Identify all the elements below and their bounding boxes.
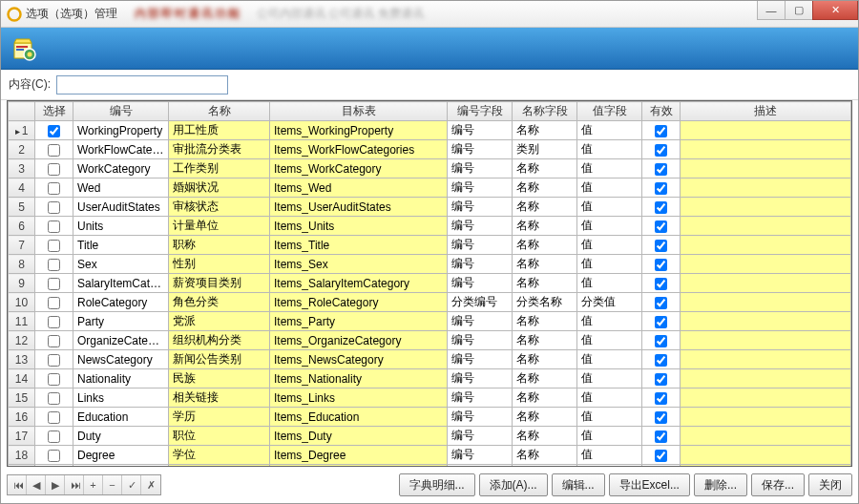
nav-cancel[interactable]: ✗ (141, 475, 160, 494)
name-cell[interactable]: 相关链接 (169, 388, 270, 408)
valid-checkbox[interactable] (655, 411, 667, 424)
select-checkbox[interactable] (48, 354, 60, 367)
row-header[interactable]: 3 (9, 159, 35, 178)
valid-checkbox[interactable] (655, 259, 667, 271)
target-cell[interactable]: Items_SalaryItemCategory (270, 274, 448, 293)
select-checkbox[interactable] (48, 278, 60, 290)
name-cell[interactable]: 薪资项目类别 (169, 274, 270, 293)
code-field-cell[interactable]: 编号 (448, 217, 513, 236)
value-field-cell[interactable]: 值 (577, 465, 642, 467)
select-checkbox[interactable] (48, 201, 60, 214)
name-field-cell[interactable]: 名称 (513, 178, 577, 198)
col-name-field[interactable]: 名称字段 (513, 102, 577, 121)
name-cell[interactable]: 审核状态 (169, 465, 270, 467)
col-description[interactable]: 描述 (681, 102, 851, 121)
code-field-cell[interactable]: 编号 (448, 178, 513, 198)
code-field-cell[interactable]: 编号 (448, 388, 513, 408)
col-code-field[interactable]: 编号字段 (448, 102, 513, 121)
value-field-cell[interactable]: 值 (577, 408, 642, 427)
code-cell[interactable]: Links (73, 388, 169, 408)
table-row[interactable]: 10RoleCategory角色分类Items_RoleCategory分类编号… (9, 293, 851, 312)
valid-cell[interactable] (642, 408, 681, 427)
name-cell[interactable]: 学历 (169, 408, 270, 427)
name-field-cell[interactable]: 名称 (513, 350, 577, 369)
valid-cell[interactable] (642, 121, 681, 140)
code-field-cell[interactable]: 编号 (448, 121, 513, 140)
row-header[interactable]: 11 (9, 312, 35, 331)
row-header[interactable]: 17 (9, 427, 35, 446)
name-field-cell[interactable]: 名称 (513, 388, 577, 408)
table-row[interactable]: 18Degree学位Items_Degree编号名称值 (9, 446, 851, 465)
table-row[interactable]: 19AuditStatus审核状态Items_AuditStatus编号名称值 (9, 465, 851, 467)
nav-commit[interactable]: ✓ (122, 475, 141, 494)
value-field-cell[interactable]: 值 (577, 217, 642, 236)
name-field-cell[interactable]: 名称 (513, 427, 577, 446)
target-cell[interactable]: Items_Education (270, 408, 448, 427)
name-field-cell[interactable]: 名称 (513, 408, 577, 427)
name-cell[interactable]: 学位 (169, 446, 270, 465)
target-cell[interactable]: Items_WorkCategory (270, 159, 448, 178)
code-field-cell[interactable]: 编号 (448, 350, 513, 369)
edit-button[interactable]: 编辑... (552, 473, 605, 496)
name-cell[interactable]: 婚姻状况 (169, 178, 270, 198)
table-row[interactable]: 6Units计量单位Items_Units编号名称值 (9, 217, 851, 236)
table-row[interactable]: 11Party党派Items_Party编号名称值 (9, 312, 851, 331)
name-cell[interactable]: 工作类别 (169, 159, 270, 178)
nav-del[interactable]: − (103, 475, 122, 494)
select-cell[interactable] (35, 140, 73, 159)
target-cell[interactable]: Items_WorkFlowCategories (270, 140, 448, 159)
valid-cell[interactable] (642, 217, 681, 236)
col-valid[interactable]: 有效 (642, 102, 681, 121)
target-cell[interactable]: Items_WorkingProperty (270, 121, 448, 140)
valid-cell[interactable] (642, 236, 681, 255)
titlebar[interactable]: 选项（选项）管理 内部即时通讯功能 公司内部通讯 公司通讯 免费通讯 — ▢ ✕ (1, 1, 858, 28)
description-cell[interactable] (681, 350, 851, 369)
nav-prev[interactable]: ◀ (27, 475, 46, 494)
select-checkbox[interactable] (48, 430, 60, 443)
row-header[interactable]: 10 (9, 293, 35, 312)
row-header[interactable]: 18 (9, 446, 35, 465)
valid-checkbox[interactable] (655, 240, 667, 252)
target-cell[interactable]: Items_Duty (270, 427, 448, 446)
table-row[interactable]: 15Links相关链接Items_Links编号名称值 (9, 388, 851, 408)
valid-cell[interactable] (642, 274, 681, 293)
table-row[interactable]: 17Duty职位Items_Duty编号名称值 (9, 427, 851, 446)
target-cell[interactable]: Items_RoleCategory (270, 293, 448, 312)
code-field-cell[interactable]: 分类编号 (448, 293, 513, 312)
value-field-cell[interactable]: 值 (577, 388, 642, 408)
valid-checkbox[interactable] (655, 335, 667, 347)
value-field-cell[interactable]: 值 (577, 159, 642, 178)
target-cell[interactable]: Items_Nationality (270, 369, 448, 388)
target-cell[interactable]: Items_OrganizeCategory (270, 331, 448, 350)
code-field-cell[interactable]: 编号 (448, 312, 513, 331)
row-header[interactable]: 12 (9, 331, 35, 350)
minimize-button[interactable]: — (757, 1, 786, 20)
select-checkbox[interactable] (48, 335, 60, 347)
code-field-cell[interactable]: 编号 (448, 140, 513, 159)
code-cell[interactable]: NewsCategory (73, 350, 169, 369)
valid-cell[interactable] (642, 388, 681, 408)
value-field-cell[interactable]: 值 (577, 236, 642, 255)
code-field-cell[interactable]: 编号 (448, 274, 513, 293)
nav-add[interactable]: + (84, 475, 103, 494)
target-cell[interactable]: Items_UserAuditStates (270, 198, 448, 217)
description-cell[interactable] (681, 274, 851, 293)
name-field-cell[interactable]: 名称 (513, 255, 577, 274)
select-cell[interactable] (35, 465, 73, 467)
row-header[interactable]: 1 (9, 121, 35, 140)
name-field-cell[interactable]: 名称 (513, 312, 577, 331)
valid-checkbox[interactable] (655, 220, 667, 233)
valid-checkbox[interactable] (655, 392, 667, 405)
col-row-indicator[interactable] (9, 102, 35, 121)
code-cell[interactable]: Nationality (73, 369, 169, 388)
code-field-cell[interactable]: 编号 (448, 427, 513, 446)
code-cell[interactable]: Party (73, 312, 169, 331)
grid-scroll[interactable]: 选择 编号 名称 目标表 编号字段 名称字段 值字段 有效 描述 1Workin… (8, 101, 851, 466)
close-button-footer[interactable]: 关闭 (808, 473, 852, 496)
name-field-cell[interactable]: 名称 (513, 236, 577, 255)
select-checkbox[interactable] (48, 144, 60, 157)
select-checkbox[interactable] (48, 125, 60, 137)
valid-cell[interactable] (642, 140, 681, 159)
name-cell[interactable]: 角色分类 (169, 293, 270, 312)
table-row[interactable]: 1WorkingProperty用工性质Items_WorkingPropert… (9, 121, 851, 140)
